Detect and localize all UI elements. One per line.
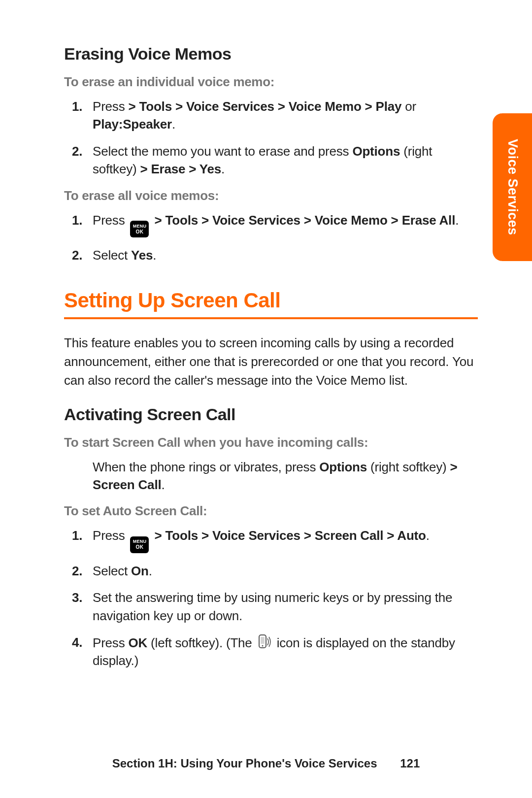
steps-auto-screen-call: 1. Press MENUOK > Tools > Voice Services… xyxy=(64,527,478,669)
step-number: 2. xyxy=(72,142,82,160)
step-text: Set the answering time by using numeric … xyxy=(93,590,452,623)
section-side-tab: Voice Services xyxy=(493,113,532,261)
intro-paragraph: This feature enables you to screen incom… xyxy=(64,334,478,390)
page-number: 121 xyxy=(400,757,420,770)
list-item: 1. Press MENUOK > Tools > Voice Services… xyxy=(93,211,478,238)
lead-start-screen-call: To start Screen Call when you have incom… xyxy=(64,435,478,450)
step-number: 2. xyxy=(72,246,82,264)
heading-erasing-voice-memos: Erasing Voice Memos xyxy=(64,44,478,64)
step-number: 1. xyxy=(72,211,82,229)
step-number: 3. xyxy=(72,589,82,606)
lead-erase-individual: To erase an individual voice memo: xyxy=(64,74,478,90)
lead-set-auto-screen-call: To set Auto Screen Call: xyxy=(64,503,478,519)
steps-erase-all: 1. Press MENUOK > Tools > Voice Services… xyxy=(64,211,478,265)
list-item: 3. Set the answering time by using numer… xyxy=(93,589,478,625)
heading-activating-screen-call: Activating Screen Call xyxy=(64,405,478,424)
step-text: Select Yes. xyxy=(93,248,156,263)
step-text: Press > Tools > Voice Services > Voice M… xyxy=(93,99,416,132)
step-text: Press MENUOK > Tools > Voice Services > … xyxy=(93,213,459,228)
list-item: 2. Select the memo you want to erase and… xyxy=(93,142,478,178)
step-number: 4. xyxy=(72,633,82,651)
svg-rect-1 xyxy=(261,637,265,644)
section-title-setting-up-screen-call: Setting Up Screen Call xyxy=(64,289,478,319)
step-number: 1. xyxy=(72,527,82,544)
manual-page: Voice Services Erasing Voice Memos To er… xyxy=(0,0,532,798)
list-item: 1. Press > Tools > Voice Services > Voic… xyxy=(93,98,478,133)
list-item: 1. Press MENUOK > Tools > Voice Services… xyxy=(93,527,478,553)
list-item: 2. Select On. xyxy=(93,562,478,580)
svg-point-2 xyxy=(262,645,263,646)
list-item: 2. Select Yes. xyxy=(93,246,478,264)
menu-ok-icon: MENUOK xyxy=(130,221,149,237)
phone-sound-icon xyxy=(258,633,271,650)
list-item: 4. Press OK (left softkey). (The icon is… xyxy=(93,633,478,670)
start-screen-call-body: When the phone rings or vibrates, press … xyxy=(64,458,478,494)
steps-erase-individual: 1. Press > Tools > Voice Services > Voic… xyxy=(64,98,478,178)
footer-section-label: Section 1H: Using Your Phone's Voice Ser… xyxy=(112,757,377,770)
step-text: Select the memo you want to erase and pr… xyxy=(93,144,432,176)
lead-erase-all: To erase all voice memos: xyxy=(64,188,478,203)
step-text: Press OK (left softkey). (The icon is di… xyxy=(93,635,455,668)
step-text: Select On. xyxy=(93,564,152,578)
menu-ok-icon: MENUOK xyxy=(130,536,149,553)
page-footer: Section 1H: Using Your Phone's Voice Ser… xyxy=(0,757,532,770)
step-text: Press MENUOK > Tools > Voice Services > … xyxy=(93,528,430,543)
step-number: 2. xyxy=(72,562,82,580)
side-tab-label: Voice Services xyxy=(505,139,520,235)
step-number: 1. xyxy=(72,98,82,115)
